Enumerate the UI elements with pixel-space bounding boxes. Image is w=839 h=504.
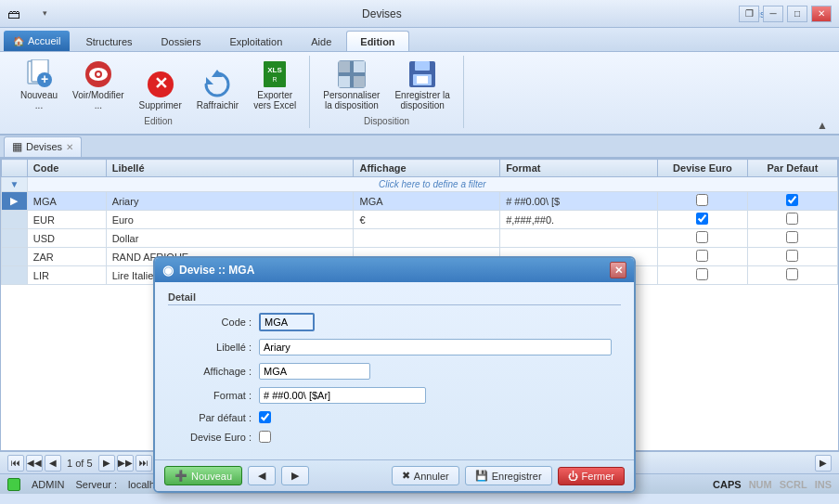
code-input[interactable] xyxy=(259,313,315,331)
voir-modifier-btn[interactable]: Voir/Modifier... xyxy=(67,56,130,114)
par-defaut-modal-check[interactable] xyxy=(259,411,271,423)
tab-exploitation-label: Exploitation xyxy=(229,36,282,47)
tab-exploitation[interactable]: Exploitation xyxy=(215,31,296,51)
tab-aide[interactable]: Aide xyxy=(297,31,345,51)
tab-dossiers[interactable]: Dossiers xyxy=(148,31,215,51)
svg-text:R: R xyxy=(273,76,278,83)
status-user: ADMIN xyxy=(32,479,64,490)
devise-euro-modal-check[interactable] xyxy=(259,431,271,443)
svg-text:✕: ✕ xyxy=(153,74,167,93)
svg-text:+: + xyxy=(41,71,48,86)
form-row-format: Format : xyxy=(168,387,621,404)
personnaliser-btn[interactable]: Personnaliserla disposition xyxy=(317,56,385,114)
enregistrer-dispo-btn[interactable]: Enregistrer ladisposition xyxy=(389,56,455,114)
tab-aide-label: Aide xyxy=(311,36,331,47)
form-row-devise-euro: Devise Euro : xyxy=(168,431,621,443)
devise-modal: ◉ Devise :: MGA ✕ Detail Code : Libellé … xyxy=(153,256,636,493)
modal-annuler-btn[interactable]: ✖ Annuler xyxy=(392,466,459,485)
nouveau-icon: + xyxy=(24,59,54,89)
modal-nouveau-label: Nouveau xyxy=(191,471,232,482)
restore-btn[interactable]: ❐ xyxy=(739,6,759,22)
scrl-indicator: SCRL xyxy=(780,479,807,490)
libelle-input[interactable] xyxy=(259,339,612,355)
tab-edition[interactable]: Edition xyxy=(346,31,408,51)
svg-marker-10 xyxy=(206,77,213,84)
form-row-par-defaut: Par défaut : xyxy=(168,411,621,423)
tab-accueil-home[interactable]: 🏠 Accueil xyxy=(4,31,70,51)
modal-section-label: Detail xyxy=(168,291,621,305)
disposition-group-label: Disposition xyxy=(364,116,409,128)
window-controls: ❐ ─ □ ✕ xyxy=(739,6,832,22)
quick-access-toolbar: ▾ xyxy=(37,6,52,20)
export-excel-label: Exportervers Excel xyxy=(253,90,296,110)
raffraichir-icon xyxy=(202,70,232,99)
modal-nav-next-btn[interactable]: ▶ xyxy=(281,466,309,485)
voir-modifier-icon xyxy=(84,59,113,89)
modal-nouveau-btn[interactable]: ➕ Nouveau xyxy=(164,466,242,485)
supprimer-label: Supprimer xyxy=(139,100,182,110)
enregistrer-dispo-icon xyxy=(407,59,437,89)
modal-fermer-icon: ⏻ xyxy=(568,471,578,482)
modal-fermer-label: Fermer xyxy=(582,471,614,482)
ins-indicator: INS xyxy=(815,479,832,490)
devise-euro-label: Devise Euro : xyxy=(168,432,252,443)
svg-rect-19 xyxy=(353,75,365,87)
svg-rect-17 xyxy=(353,61,365,73)
close-btn[interactable]: ✕ xyxy=(811,6,832,22)
supprimer-btn[interactable]: ✕ Supprimer xyxy=(134,66,187,114)
home-icon: 🏠 xyxy=(13,36,24,46)
modal-enregistrer-btn[interactable]: 💾 Enregistrer xyxy=(465,466,552,485)
libelle-label: Libellé : xyxy=(168,342,252,353)
export-excel-icon: XLS R xyxy=(260,59,290,89)
modal-close-btn[interactable]: ✕ xyxy=(610,262,626,278)
modal-fermer-btn[interactable]: ⏻ Fermer xyxy=(558,467,625,485)
raffraichir-btn[interactable]: Raffraichir xyxy=(191,66,244,114)
modal-enregistrer-label: Enregistrer xyxy=(492,471,542,482)
affichage-input[interactable] xyxy=(259,363,370,380)
caps-indicator: CAPS xyxy=(713,479,742,490)
nouveau-label: Nouveau... xyxy=(20,90,58,110)
modal-title-bar: ◉ Devise :: MGA ✕ xyxy=(155,258,634,282)
raffraichir-label: Raffraichir xyxy=(197,100,239,110)
num-indicator: NUM xyxy=(749,479,772,490)
personnaliser-icon xyxy=(337,59,367,89)
svg-rect-18 xyxy=(339,75,351,87)
quick-access-dropdown[interactable]: ▾ xyxy=(37,6,52,20)
format-input[interactable] xyxy=(259,387,426,404)
maximize-btn[interactable]: □ xyxy=(787,6,807,22)
ribbon: + Nouveau... Voir/Modifier... xyxy=(0,52,839,136)
modal-annuler-icon: ✖ xyxy=(402,470,410,482)
title-bar: 🗃 ▾ Devises Devises ❐ ─ □ ✕ xyxy=(0,0,839,28)
personnaliser-label: Personnaliserla disposition xyxy=(323,90,380,110)
svg-point-7 xyxy=(97,72,100,76)
window-title: Devises xyxy=(24,7,740,20)
status-indicator xyxy=(7,478,20,491)
modal-nouveau-icon: ➕ xyxy=(174,470,187,482)
tab-structures-label: Structures xyxy=(85,36,132,47)
disposition-buttons: Personnaliserla disposition Enregistrer … xyxy=(317,56,456,114)
form-row-libelle: Libellé : xyxy=(168,339,621,355)
ribbon-group-edition: + Nouveau... Voir/Modifier... xyxy=(7,56,310,128)
export-excel-btn[interactable]: XLS R Exportervers Excel xyxy=(248,56,302,114)
code-label: Code : xyxy=(168,317,252,328)
tab-structures[interactable]: Structures xyxy=(71,31,146,51)
minimize-btn[interactable]: ─ xyxy=(763,6,783,22)
modal-icon: ◉ xyxy=(162,263,174,278)
voir-modifier-label: Voir/Modifier... xyxy=(72,90,124,110)
form-row-affichage: Affichage : xyxy=(168,363,621,380)
modal-nav-prev-btn[interactable]: ◀ xyxy=(248,466,276,485)
nouveau-btn[interactable]: + Nouveau... xyxy=(15,56,63,114)
modal-prev-icon: ◀ xyxy=(258,470,265,482)
par-defaut-label: Par défaut : xyxy=(168,412,252,423)
page-content: ▦ Devises ✕ Code Libellé Affichage Forma… xyxy=(0,136,839,473)
ribbon-collapse-btn[interactable]: ▲ xyxy=(813,117,832,134)
format-label: Format : xyxy=(168,390,252,401)
edition-buttons: + Nouveau... Voir/Modifier... xyxy=(15,56,302,114)
supprimer-icon: ✕ xyxy=(146,70,175,99)
modal-overlay: ◉ Devise :: MGA ✕ Detail Code : Libellé … xyxy=(0,136,839,473)
svg-rect-25 xyxy=(417,76,428,84)
tab-edition-label: Edition xyxy=(360,36,394,47)
affichage-label: Affichage : xyxy=(168,366,252,377)
ribbon-group-disposition: Personnaliserla disposition Enregistrer … xyxy=(310,56,464,128)
modal-body: Detail Code : Libellé : Affichage : xyxy=(155,282,634,459)
